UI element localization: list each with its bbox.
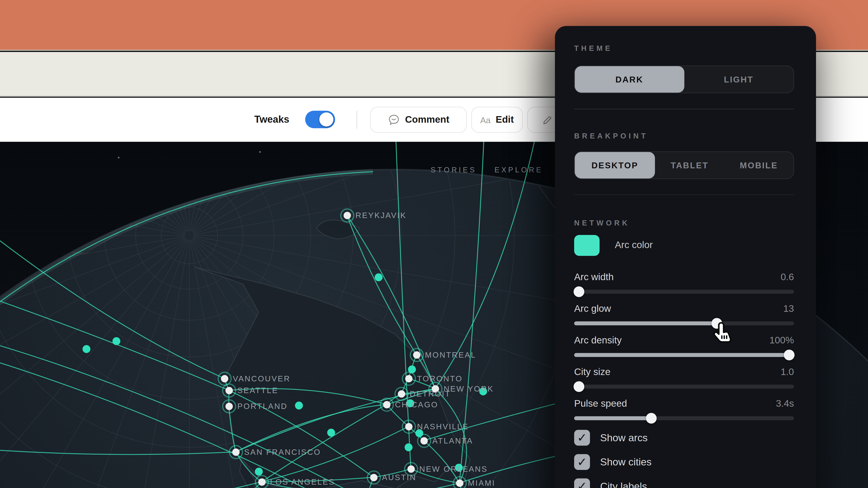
checkbox-show-arcs[interactable]: ✓Show arcs (574, 430, 794, 446)
slider-knob[interactable] (712, 318, 722, 329)
theme-segmented-control: DARKLIGHT (574, 66, 794, 93)
tweaks-panel: THEME DARKLIGHT BREAKPOINT DESKTOPTABLET… (555, 26, 816, 488)
city-dot (383, 401, 391, 408)
nav-item-stories[interactable]: STORIES (431, 166, 476, 174)
nav-item-explore[interactable]: EXPLORE (495, 166, 543, 174)
breakpoint-section-header: BREAKPOINT (574, 131, 794, 140)
checkboxes-holder: ✓Show arcs✓Show cities✓City labels (574, 430, 794, 488)
checkbox-label: City labels (600, 480, 647, 488)
city-dot (370, 474, 377, 481)
slider-track[interactable] (574, 287, 794, 297)
city-label: TORONTO (417, 374, 463, 383)
pulse-dot (113, 337, 121, 345)
breakpoint-segmented-control: DESKTOPTABLETMOBILE (574, 151, 794, 179)
network-section-header: NETWORK (574, 219, 794, 227)
pulse-dot (83, 345, 90, 353)
city-dot (232, 448, 239, 456)
city-label: AUSTIN (382, 473, 416, 482)
segment-option-dark[interactable]: DARK (575, 66, 684, 93)
edit-button-label: Edit (496, 114, 514, 125)
slider-track[interactable] (574, 350, 794, 361)
pulse-dot (295, 402, 303, 410)
slider-pulse-speed: Pulse speed3.4s (574, 397, 794, 424)
slider-arc-width: Arc width0.6 (574, 271, 794, 297)
pulse-dot (327, 429, 335, 437)
slider-label: Arc density (574, 335, 622, 346)
slider-label: City size (574, 367, 611, 378)
slider-label: Arc width (574, 272, 614, 283)
slider-value: 0.6 (780, 272, 794, 283)
toolbar-divider (357, 111, 358, 129)
city-dot (225, 402, 232, 410)
slider-track[interactable] (574, 413, 794, 424)
checkbox-label: Show cities (600, 456, 652, 468)
city-label: NEW YORK (444, 384, 494, 393)
city-dot (343, 212, 351, 219)
slider-value: 100% (770, 335, 794, 346)
slider-value: 13 (783, 303, 794, 315)
city-dot (398, 390, 405, 397)
city-label: DETROIT (410, 389, 451, 398)
city-dot (420, 437, 428, 445)
sliders-holder: Arc width0.6Arc glow13Arc density100%Cit… (574, 271, 794, 424)
city-label: LOS ANGELES (270, 477, 335, 486)
segment-option-mobile[interactable]: MOBILE (724, 152, 794, 178)
city-dot (456, 479, 463, 487)
arc-color-swatch[interactable] (574, 235, 600, 256)
slider-knob[interactable] (646, 413, 657, 424)
arc-color-label: Arc color (615, 239, 653, 251)
city-label: VANCOUVER (233, 374, 290, 383)
city-label: NEW ORLEANS (419, 464, 488, 473)
comment-button-label: Comment (405, 114, 450, 125)
city-dot (413, 351, 420, 359)
city-label: NASHVILLE (417, 422, 469, 431)
text-style-icon: Aa (480, 115, 491, 125)
checkbox-show-cities[interactable]: ✓Show cities (574, 454, 794, 470)
city-dot (225, 387, 232, 394)
slider-city-size: City size1.0 (574, 365, 794, 392)
city-label: SEATTLE (237, 386, 278, 395)
tweaks-toggle[interactable] (305, 111, 335, 128)
app-window: Tweaks Comment Aa Edit (0, 0, 868, 488)
city-dot (405, 423, 412, 430)
arc-color-row: Arc color (574, 234, 794, 256)
slider-label: Arc glow (574, 303, 611, 315)
slider-track[interactable] (574, 381, 794, 392)
theme-section-header: THEME (574, 44, 794, 53)
segment-option-tablet[interactable]: TABLET (655, 152, 724, 178)
city-label: CHICAGO (395, 400, 438, 409)
edit-button[interactable]: Aa Edit (471, 107, 523, 133)
segment-option-light[interactable]: LIGHT (684, 66, 794, 93)
comment-button[interactable]: Comment (370, 107, 467, 133)
pulse-dot (375, 273, 383, 281)
slider-track[interactable] (574, 318, 794, 329)
tweaks-label: Tweaks (254, 113, 289, 126)
section-divider (574, 194, 794, 195)
slider-knob[interactable] (784, 350, 795, 361)
city-dot (405, 375, 412, 382)
city-label: MIAMI (468, 479, 495, 488)
slider-arc-density: Arc density100% (574, 334, 794, 361)
city-label: SAN FRANCISCO (244, 447, 321, 456)
pencil-icon (541, 113, 554, 126)
city-label: ATLANTA (432, 436, 473, 445)
checkbox-box[interactable]: ✓ (574, 479, 590, 488)
checkbox-box[interactable]: ✓ (574, 454, 590, 470)
city-label: REYKJAVIK (355, 211, 407, 220)
slider-knob[interactable] (574, 381, 585, 392)
toggle-knob (319, 112, 334, 127)
checkbox-box[interactable]: ✓ (574, 430, 590, 446)
checkbox-city-labels[interactable]: ✓City labels (574, 479, 794, 488)
city-label: MONTREAL (425, 350, 476, 359)
segment-option-desktop[interactable]: DESKTOP (575, 152, 655, 178)
comment-bubble-icon (388, 113, 400, 126)
slider-label: Pulse speed (574, 398, 627, 410)
city-label: PORTLAND (237, 402, 287, 411)
city-dot (407, 465, 414, 473)
slider-arc-glow: Arc glow13 (574, 302, 794, 329)
section-divider (574, 108, 794, 109)
slider-knob[interactable] (574, 287, 585, 297)
pulse-dot (405, 444, 412, 451)
slider-value: 3.4s (776, 398, 794, 410)
city-dot (258, 478, 266, 486)
